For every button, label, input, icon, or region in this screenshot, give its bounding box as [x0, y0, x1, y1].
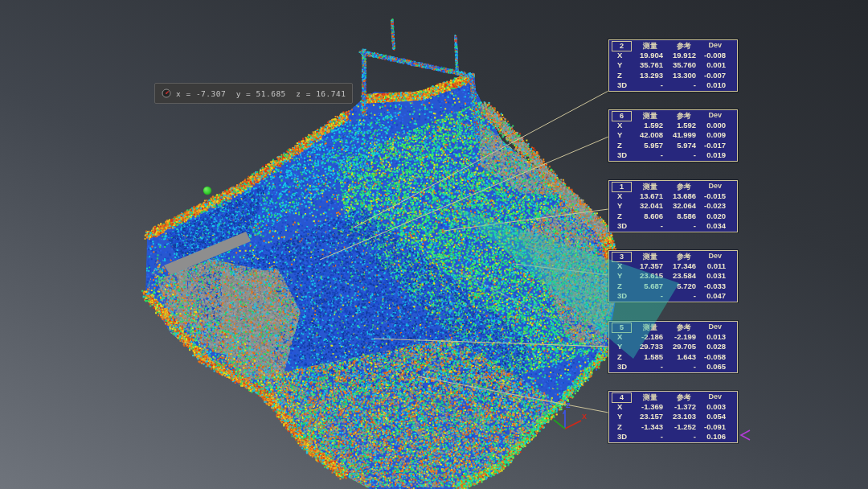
- deviation-value: 0.065: [706, 362, 726, 371]
- measure-row: 3D - - 0.034: [609, 221, 737, 231]
- measured-value: -1.369: [641, 402, 663, 411]
- measured-value: 35.761: [640, 60, 663, 69]
- measurement-table-4[interactable]: 4 测量 参考 Dev X -1.369 -1.372 0.003 Y 23.1…: [608, 391, 738, 443]
- measured-value: 13.671: [640, 191, 663, 200]
- measure-row: X -2.186 -2.199 0.013: [609, 332, 737, 342]
- col-header-deviation: Dev: [708, 111, 722, 119]
- deviation-value: 0.054: [706, 412, 726, 421]
- axis-label: X: [617, 191, 622, 200]
- point-cloud-canvas[interactable]: [0, 0, 868, 489]
- axis-label: Z: [617, 352, 622, 361]
- col-header-deviation: Dev: [708, 41, 722, 49]
- reference-value: 13.686: [673, 191, 696, 200]
- measure-row: Y 32.041 32.064 -0.023: [609, 201, 737, 211]
- measure-row: Y 29.733 29.705 0.028: [609, 342, 737, 351]
- measure-row: Z 8.606 8.586 0.020: [609, 212, 737, 221]
- reference-value: -: [694, 150, 696, 159]
- axis-label: X: [617, 332, 622, 341]
- compass-icon: [162, 88, 171, 98]
- axis-label: Z: [617, 141, 622, 150]
- measure-row: 3D - - 0.047: [609, 291, 737, 301]
- col-header-deviation: Dev: [708, 392, 722, 401]
- axis-label: 3D: [617, 432, 627, 441]
- axis-label: 3D: [617, 80, 627, 89]
- axis-label: X: [617, 121, 622, 129]
- reference-value: 17.346: [673, 261, 696, 270]
- measured-value: -: [661, 432, 663, 441]
- measure-row: Z 5.687 5.720 -0.033: [609, 281, 737, 291]
- measure-row: X -1.369 -1.372 0.003: [609, 402, 737, 412]
- axis-label: X: [617, 402, 622, 411]
- table-header-row: 4 测量 参考 Dev: [609, 392, 737, 402]
- measurement-table-5[interactable]: 5 测量 参考 Dev X -2.186 -2.199 0.013 Y 29.7…: [608, 321, 738, 373]
- deviation-value: -0.007: [704, 71, 726, 80]
- reference-value: 23.584: [673, 271, 696, 280]
- measured-value: 29.733: [640, 342, 663, 351]
- measured-value: -: [661, 150, 663, 159]
- measure-row: Y 42.008 41.999 0.009: [609, 130, 737, 140]
- measure-row: Z 13.293 13.300 -0.007: [609, 71, 737, 80]
- measure-row: 3D - - 0.106: [609, 432, 737, 442]
- reference-value: 8.586: [677, 212, 696, 220]
- measure-row: Z 5.957 5.974 -0.017: [609, 141, 737, 150]
- measurement-table-2[interactable]: 2 测量 参考 Dev X 19.904 19.912 -0.008 Y 35.…: [608, 39, 738, 92]
- measurement-table-1[interactable]: 1 测量 参考 Dev X 13.671 13.686 -0.015 Y 32.…: [608, 180, 738, 232]
- axis-label: Y: [617, 130, 622, 139]
- deviation-value: 0.011: [707, 261, 726, 270]
- table-header-row: 3 测量 参考 Dev: [609, 251, 737, 261]
- reference-value: -: [694, 291, 696, 300]
- measured-value: -2.186: [641, 332, 663, 341]
- measure-row: X 19.904 19.912 -0.008: [609, 51, 737, 60]
- reference-value: -2.199: [674, 332, 696, 341]
- measurement-table-6[interactable]: 6 测量 参考 Dev X 1.592 1.592 0.000 Y 42.008…: [608, 109, 738, 162]
- table-header-row: 6 测量 参考 Dev: [609, 110, 737, 121]
- measured-value: 23.615: [640, 271, 663, 280]
- measure-row: X 13.671 13.686 -0.015: [609, 191, 737, 201]
- axis-label: Y: [617, 271, 622, 280]
- measured-value: 32.041: [640, 201, 663, 210]
- deviation-value: -0.033: [704, 281, 726, 290]
- deviation-value: 0.003: [706, 402, 726, 411]
- axis-label: Y: [617, 201, 622, 210]
- axis-label: Z: [617, 212, 622, 220]
- deviation-value: 0.001: [706, 60, 726, 69]
- axis-label: Z: [617, 71, 622, 80]
- deviation-value: -0.008: [704, 51, 726, 60]
- deviation-value: 0.009: [706, 130, 726, 139]
- measure-row: Z -1.343 -1.252 -0.091: [609, 422, 737, 432]
- coordinate-tooltip: x = -7.307 y = 51.685 z = 16.741: [154, 83, 353, 104]
- measure-row: 3D - - 0.065: [609, 362, 737, 372]
- deviation-value: -0.058: [704, 352, 726, 361]
- reference-value: 29.705: [673, 342, 696, 351]
- measured-value: 19.904: [640, 51, 663, 60]
- reference-value: 41.999: [673, 130, 696, 139]
- reference-value: 13.300: [673, 71, 696, 80]
- measured-value: 1.592: [644, 121, 663, 129]
- table-header-row: 1 测量 参考 Dev: [609, 181, 737, 191]
- measure-row: X 1.592 1.592 0.000: [609, 121, 737, 130]
- deviation-value: 0.013: [706, 332, 726, 341]
- measure-row: Y 35.761 35.760 0.001: [609, 60, 737, 70]
- deviation-value: 0.028: [706, 342, 726, 351]
- measure-row: 3D - - 0.010: [609, 80, 737, 90]
- viewport-3d[interactable]: x = -7.307 y = 51.685 z = 16.741 2 测量 参考…: [0, 0, 868, 489]
- measure-row: Y 23.615 23.584 0.031: [609, 271, 737, 281]
- measure-row: X 17.357 17.346 0.011: [609, 261, 737, 271]
- axis-label: X: [617, 51, 622, 60]
- measured-value: -1.343: [641, 422, 663, 431]
- reference-value: 1.643: [677, 352, 696, 361]
- reference-value: -1.372: [674, 402, 696, 411]
- reference-value: -: [694, 432, 696, 441]
- axis-label: Y: [617, 342, 622, 351]
- axis-label: 3D: [617, 362, 627, 371]
- deviation-value: 0.034: [706, 221, 726, 230]
- deviation-value: -0.015: [704, 191, 726, 200]
- deviation-value: 0.019: [706, 150, 726, 159]
- measurement-table-3[interactable]: 3 测量 参考 Dev X 17.357 17.346 0.011 Y 23.6…: [608, 250, 738, 302]
- reference-value: 1.592: [677, 121, 696, 129]
- measured-value: -: [661, 221, 663, 230]
- reference-value: 5.974: [677, 141, 696, 150]
- reference-value: -: [694, 221, 696, 230]
- table-header-row: 2 测量 参考 Dev: [609, 40, 737, 51]
- deviation-value: -0.091: [704, 422, 726, 431]
